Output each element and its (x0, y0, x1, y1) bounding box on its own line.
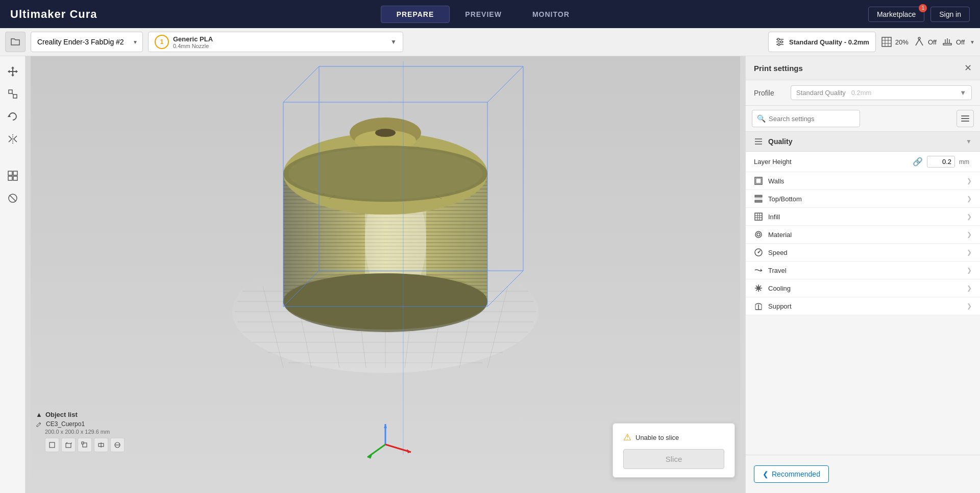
infill-icon (881, 36, 892, 48)
layer-height-link-icon[interactable]: 🔗 (913, 157, 923, 167)
svg-rect-132 (756, 178, 761, 183)
svg-rect-22 (9, 90, 12, 93)
speed-label: Speed (768, 249, 962, 256)
mirror-tool[interactable] (4, 130, 22, 148)
search-icon: 🔍 (757, 114, 766, 123)
infill-category-icon (754, 212, 763, 221)
adhesion-value: Off (956, 38, 965, 46)
nozzle-size: 0.4mm Nozzle (173, 43, 213, 49)
move-tool[interactable] (4, 62, 22, 81)
svg-point-3 (777, 38, 779, 40)
quality-section[interactable]: Standard Quality - 0.2mm (768, 32, 876, 52)
printer-select-wrapper[interactable]: Creality Ender-3 FabDig #2 (31, 32, 143, 52)
search-input[interactable] (752, 110, 860, 127)
material-section[interactable]: 1 Generic PLA 0.4mm Nozzle ▼ (148, 32, 403, 52)
folder-button[interactable] (5, 32, 26, 52)
recommended-button[interactable]: ❮ Recommended (754, 465, 829, 483)
profile-select[interactable]: Standard Quality 0.2mm ▼ (791, 85, 972, 100)
svg-rect-12 (943, 43, 951, 45)
unable-to-slice-text: Unable to slice (635, 434, 679, 441)
svg-marker-19 (11, 75, 14, 77)
header: Ultimaker Cura PREPARE PREVIEW MONITOR M… (0, 0, 980, 28)
object-list-label: Object list (45, 411, 78, 418)
object-name-row[interactable]: CE3_Cuerpo1 (36, 420, 125, 428)
nav-preview[interactable]: PREVIEW (450, 6, 517, 23)
support-section[interactable]: Off (914, 36, 937, 48)
cooling-label: Cooling (768, 285, 962, 292)
nav-prepare[interactable]: PREPARE (381, 6, 450, 23)
speed-chevron: ❯ (967, 249, 972, 256)
infill-section[interactable]: 20% (881, 36, 909, 48)
object-list-panel: ▲ Object list CE3_Cuerpo1 200.0 x 200.0 … (36, 411, 125, 452)
svg-point-11 (918, 37, 920, 39)
rotate-tool[interactable] (4, 107, 22, 126)
layer-height-row: Layer Height 🔗 mm (746, 152, 980, 172)
speed-category[interactable]: Speed ❯ (746, 244, 980, 262)
material-category[interactable]: Material ❯ (746, 226, 980, 244)
settings-close-button[interactable]: ✕ (964, 62, 972, 74)
nav-monitor[interactable]: MONITOR (517, 6, 585, 23)
material-icon (754, 230, 763, 239)
object-list-chevron: ▲ (36, 411, 42, 418)
layer-height-label: Layer Height (754, 158, 909, 166)
toolbar-more-dropdown[interactable]: ▼ (970, 39, 975, 45)
layer-height-input[interactable] (927, 156, 955, 168)
marketplace-button[interactable]: Marketplace 1 (868, 7, 924, 22)
infill-label: Infill (768, 213, 962, 221)
cooling-category[interactable]: Cooling ❯ (746, 279, 980, 297)
svg-rect-23 (13, 95, 17, 98)
material-chevron: ❯ (967, 231, 972, 238)
signin-button[interactable]: Sign in (930, 7, 970, 22)
marketplace-badge: 1 (919, 4, 927, 12)
walls-chevron: ❯ (967, 177, 972, 184)
warning-icon: ⚠ (623, 432, 631, 443)
svg-rect-119 (66, 443, 71, 448)
object-list-header[interactable]: ▲ Object list (36, 411, 125, 418)
support-label: Support (768, 302, 962, 310)
quality-category-header[interactable]: Quality ▼ (746, 132, 980, 152)
svg-point-144 (758, 252, 760, 253)
obj-icon-1[interactable] (45, 438, 59, 452)
unable-to-slice-row: ⚠ Unable to slice (623, 432, 724, 443)
edit-icon (36, 420, 43, 428)
top-bottom-category[interactable]: Top/Bottom ❯ (746, 190, 980, 208)
svg-rect-118 (50, 442, 55, 448)
quality-label: Standard Quality - 0.2mm (789, 38, 869, 46)
settings-list[interactable]: Quality ▼ Layer Height 🔗 mm Walls ❯ (746, 132, 980, 455)
svg-point-5 (778, 43, 780, 45)
svg-rect-28 (13, 171, 17, 175)
travel-chevron: ❯ (967, 267, 972, 274)
svg-marker-25 (8, 114, 11, 117)
travel-icon (754, 266, 763, 275)
svg-point-142 (757, 233, 760, 236)
support-icon (914, 36, 925, 48)
per-model-settings-tool[interactable] (4, 167, 22, 185)
recommended-label: Recommended (772, 470, 820, 478)
support-blocker-tool[interactable] (4, 189, 22, 207)
support-category[interactable]: Support ❯ (746, 297, 980, 315)
quality-category-name: Quality (768, 137, 961, 146)
quality-icon (754, 137, 763, 146)
hamburger-button[interactable] (957, 110, 974, 127)
svg-rect-6 (882, 37, 891, 46)
obj-icon-3[interactable] (78, 438, 92, 452)
object-dimensions: 200.0 x 200.0 x 129.6 mm (45, 429, 125, 435)
travel-category[interactable]: Travel ❯ (746, 262, 980, 279)
obj-icon-5[interactable] (110, 438, 125, 452)
infill-category[interactable]: Infill ❯ (746, 208, 980, 226)
nozzle-icon: 1 (155, 35, 169, 49)
printer-select[interactable]: Creality Ender-3 FabDig #2 (31, 32, 143, 52)
slice-panel: ⚠ Unable to slice Slice (612, 423, 735, 478)
slice-button[interactable]: Slice (623, 449, 724, 469)
walls-label: Walls (768, 177, 962, 185)
nav-bar: PREPARE PREVIEW MONITOR (108, 6, 858, 23)
search-row: 🔍 (746, 106, 980, 132)
svg-line-32 (10, 195, 16, 201)
svg-marker-145 (761, 269, 762, 272)
obj-icon-2[interactable] (61, 438, 76, 452)
profile-label: Profile (754, 89, 785, 97)
scale-tool[interactable] (4, 85, 22, 103)
walls-category[interactable]: Walls ❯ (746, 172, 980, 190)
obj-icon-4[interactable] (94, 438, 108, 452)
adhesion-section[interactable]: Off (942, 36, 965, 48)
